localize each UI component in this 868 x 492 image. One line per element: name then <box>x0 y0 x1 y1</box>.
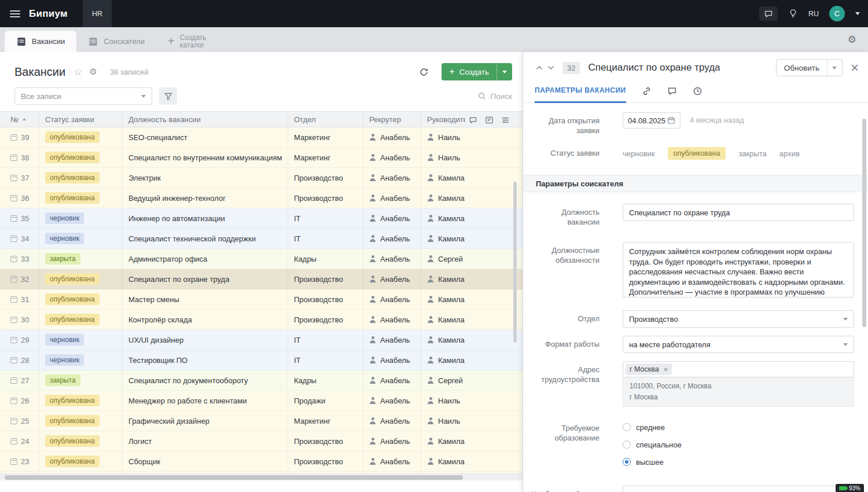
previous-record-button[interactable] <box>534 63 545 72</box>
recruiter-cell: Анабель <box>380 174 410 182</box>
column-header-position[interactable]: Должность вакансии <box>123 112 288 127</box>
person-icon <box>427 134 434 141</box>
workspace-tab-hr[interactable]: HR <box>83 0 112 27</box>
position-cell: Графический дизайнер <box>123 411 288 431</box>
duties-textarea[interactable]: Сотрудник займётся контролем соблюдения … <box>623 242 854 298</box>
create-record-dropdown[interactable] <box>496 63 512 80</box>
column-header-status[interactable]: Статус заявки <box>39 112 123 127</box>
detail-vertical-scrollbar[interactable] <box>862 119 866 327</box>
recruiter-cell: Анабель <box>380 376 410 385</box>
comments-tab-icon[interactable] <box>667 86 677 96</box>
table-row[interactable]: 38 опубликована Специалист по внутренним… <box>0 148 523 168</box>
refresh-button[interactable] <box>414 63 433 80</box>
update-dropdown[interactable] <box>827 60 842 76</box>
table-row[interactable]: 32 опубликована Специалист по охране тру… <box>0 269 523 289</box>
table-row[interactable]: 27 закрыта Специалист по документооборот… <box>0 370 523 391</box>
manager-cell: Камила <box>438 174 465 182</box>
education-option-secondary[interactable]: среднее <box>623 420 682 435</box>
column-header-department[interactable]: Отдел <box>288 112 363 127</box>
update-button[interactable]: Обновить <box>777 64 827 72</box>
person-icon <box>427 255 434 262</box>
avatar[interactable]: C <box>829 6 845 21</box>
manager-cell: Камила <box>438 356 465 365</box>
calendar-icon[interactable] <box>667 116 675 124</box>
open-date-input[interactable]: 04.08.2025 <box>623 112 681 128</box>
tips-button[interactable] <box>788 9 798 19</box>
status-option-published-selected[interactable]: опубликована <box>668 147 726 160</box>
person-icon <box>369 235 376 242</box>
status-badge: опубликована <box>45 192 100 204</box>
experience-textarea[interactable]: Опыт работы от 2 лет в охране труда. Зна… <box>623 486 854 492</box>
status-option-draft[interactable]: черновик <box>623 149 655 158</box>
view-filter-select[interactable]: Все записи <box>14 87 152 105</box>
person-icon <box>427 377 434 384</box>
search-input[interactable]: Поиск <box>478 92 512 101</box>
table-vertical-scrollbar[interactable] <box>513 182 517 343</box>
favorite-star-icon[interactable]: ☆ <box>73 66 82 78</box>
department-select[interactable]: Производство <box>623 310 854 328</box>
table-row[interactable]: 33 закрыта Администратор офиса Кадры Ана… <box>0 249 523 269</box>
create-catalog-button[interactable]: + Создать каталог <box>156 31 234 52</box>
link-icon[interactable] <box>642 86 652 96</box>
record-number: 39 <box>21 133 29 142</box>
funnel-icon <box>164 93 172 100</box>
catalog-settings-gear-icon[interactable]: ⚙ <box>89 67 97 77</box>
brand-logo: Бипиум <box>29 8 68 20</box>
manager-cell: Камила <box>438 457 465 466</box>
table-row[interactable]: 37 опубликована Электрик Производство Ан… <box>0 168 523 188</box>
status-option-closed[interactable]: закрыта <box>738 149 767 158</box>
table-row[interactable]: 34 черновик Специалист технической подде… <box>0 229 523 249</box>
table-row[interactable]: 23 опубликована Сборщик Производство Ана… <box>0 451 523 472</box>
history-clock-icon[interactable] <box>693 86 703 96</box>
table-row[interactable]: 30 опубликована Контролёр склада Произво… <box>0 310 523 330</box>
next-record-button[interactable] <box>545 63 557 72</box>
table-row[interactable]: 36 опубликована Ведущий инженер-технолог… <box>0 188 523 208</box>
messages-button[interactable] <box>759 6 778 21</box>
remove-chip-icon[interactable]: × <box>664 366 668 373</box>
table-row[interactable]: 24 опубликована Логист Производство Анаб… <box>0 431 523 451</box>
tab-vacancies[interactable]: Вакансии <box>5 31 76 52</box>
hamburger-menu-icon[interactable] <box>10 10 20 17</box>
tab-applicants[interactable]: Соискатели <box>76 31 156 52</box>
list-view-icon[interactable] <box>501 116 510 124</box>
update-split-button[interactable]: Обновить <box>776 59 843 76</box>
battery-icon <box>839 486 847 490</box>
create-record-button[interactable]: +Создать <box>442 67 496 76</box>
table-row[interactable]: 39 опубликована SEO-специалист Маркетинг… <box>0 127 523 148</box>
education-option-higher-selected[interactable]: высшее <box>623 454 682 469</box>
create-record-split-button[interactable]: +Создать <box>442 63 512 80</box>
tab-vacancy-params[interactable]: ПАРАМЕТРЫ ВАКАНСИИ <box>535 80 626 103</box>
status-badge: черновик <box>45 354 84 366</box>
address-suggestion[interactable]: 101000, Россия, г Москва г Москва <box>623 377 854 407</box>
horizontal-scrollbar-track[interactable] <box>0 473 523 480</box>
status-badge: опубликована <box>45 314 100 325</box>
position-cell: Специалист по охране труда <box>123 269 288 289</box>
filter-button[interactable] <box>159 87 177 105</box>
record-number: 36 <box>21 194 29 203</box>
table-row[interactable]: 35 черновик Инженер по автоматизации IT … <box>0 208 523 229</box>
status-badge: опубликована <box>45 273 100 285</box>
manager-cell: Камила <box>438 336 465 344</box>
status-option-archive[interactable]: архив <box>779 149 800 158</box>
position-input[interactable] <box>623 204 854 221</box>
table-row[interactable]: 29 черновик UX/UI дизайнер IT Анабель Ка… <box>0 330 523 350</box>
view-settings-icon[interactable] <box>485 116 494 124</box>
account-menu-caret-icon[interactable] <box>855 12 860 15</box>
workspace-settings-gear-icon[interactable]: ⚙ <box>848 34 856 46</box>
column-header-num[interactable]: № <box>0 112 39 127</box>
horizontal-scrollbar-thumb[interactable] <box>5 475 463 480</box>
table-row[interactable]: 31 опубликована Мастер смены Производств… <box>0 289 523 310</box>
person-icon <box>369 417 376 424</box>
table-row[interactable]: 25 опубликована Графический дизайнер Мар… <box>0 411 523 431</box>
column-header-recruiter[interactable]: Рекрутер <box>363 112 421 127</box>
table-row[interactable]: 26 опубликована Менеджер по работе с кли… <box>0 391 523 411</box>
address-input[interactable]: г Москва × <box>623 361 854 377</box>
comments-column-icon[interactable] <box>469 116 477 124</box>
department-cell: Производство <box>288 310 363 329</box>
close-icon[interactable]: × <box>851 61 859 75</box>
person-icon <box>369 377 376 384</box>
work-format-select[interactable]: на месте работодателя <box>623 336 854 353</box>
education-option-special[interactable]: специальное <box>623 437 682 452</box>
table-row[interactable]: 28 черновик Тестировщик ПО IT Анабель Ка… <box>0 350 523 370</box>
language-switcher[interactable]: RU <box>808 10 819 18</box>
